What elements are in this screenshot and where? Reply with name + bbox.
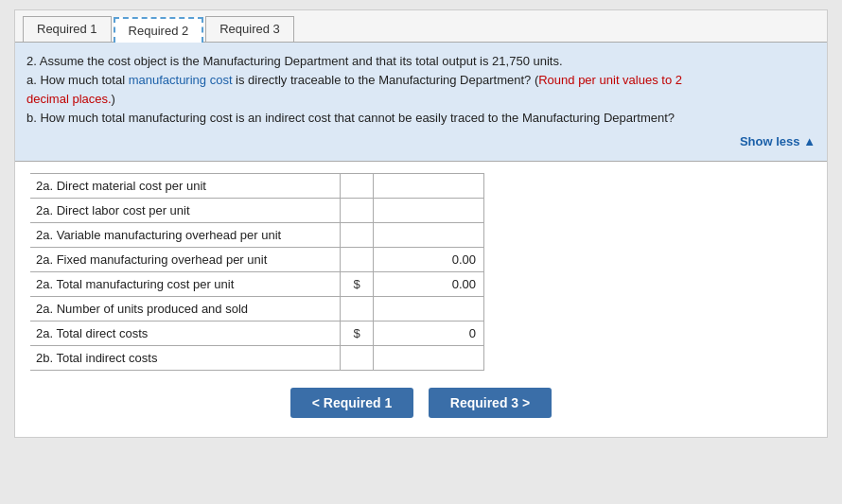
data-table: 2a. Direct material cost per unit2a. Dir…: [30, 173, 484, 371]
table-area: 2a. Direct material cost per unit2a. Dir…: [15, 162, 827, 437]
row-dollar-5: [340, 296, 373, 321]
row-input-2[interactable]: [374, 223, 483, 246]
row-label-7: 2b. Total indirect costs: [30, 345, 340, 370]
row-label-4: 2a. Total manufacturing cost per unit: [30, 271, 340, 296]
row-dollar-3: [340, 247, 373, 271]
show-less[interactable]: Show less ▲: [26, 132, 816, 151]
info-line2b: b. How much total manufacturing cost is …: [26, 109, 816, 128]
row-dollar-4: $: [340, 271, 373, 296]
row-label-5: 2a. Number of units produced and sold: [30, 296, 340, 321]
main-container: Required 1 Required 2 Required 3 2. Assu…: [14, 9, 828, 438]
row-dollar-2: [340, 222, 373, 247]
tab-required2[interactable]: Required 2: [114, 17, 204, 43]
row-value-4: 0.00: [374, 271, 484, 296]
row-value-3: 0.00: [374, 247, 484, 271]
row-label-3: 2a. Fixed manufacturing overhead per uni…: [30, 247, 340, 271]
table-row: 2b. Total indirect costs: [30, 345, 484, 370]
buttons-row: < Required 1 Required 3 >: [30, 388, 812, 418]
row-value-5[interactable]: [374, 296, 484, 321]
row-input-0[interactable]: [374, 174, 483, 197]
show-less-link[interactable]: Show less ▲: [740, 134, 816, 148]
tab-required1[interactable]: Required 1: [23, 16, 112, 42]
table-row: 2a. Total manufacturing cost per unit$0.…: [30, 271, 484, 296]
row-label-6: 2a. Total direct costs: [30, 321, 340, 345]
row-value-2[interactable]: [374, 222, 484, 247]
table-row: 2a. Direct material cost per unit: [30, 173, 484, 198]
row-input-1[interactable]: [374, 199, 483, 221]
row-input-5[interactable]: [374, 297, 483, 320]
table-row: 2a. Fixed manufacturing overhead per uni…: [30, 247, 484, 271]
row-value-1[interactable]: [374, 198, 484, 222]
row-label-0: 2a. Direct material cost per unit: [30, 173, 340, 198]
row-dollar-1: [340, 198, 373, 222]
row-dollar-7: [340, 345, 373, 370]
prev-button[interactable]: < Required 1: [290, 388, 413, 418]
row-value-6: 0: [374, 321, 484, 345]
row-dollar-6: $: [340, 321, 373, 345]
info-line2a-cont: decimal places.): [26, 90, 816, 109]
table-row: 2a. Direct labor cost per unit: [30, 198, 484, 222]
row-input-7[interactable]: [374, 346, 483, 369]
row-label-1: 2a. Direct labor cost per unit: [30, 198, 340, 222]
row-value-7[interactable]: [374, 345, 484, 370]
info-line1: 2. Assume the cost object is the Manufac…: [26, 52, 816, 71]
info-line2a: a. How much total manufacturing cost is …: [26, 71, 816, 90]
row-value-0[interactable]: [374, 173, 484, 198]
table-row: 2a. Variable manufacturing overhead per …: [30, 222, 484, 247]
row-label-2: 2a. Variable manufacturing overhead per …: [30, 222, 340, 247]
table-row: 2a. Total direct costs$0: [30, 321, 484, 345]
next-button[interactable]: Required 3 >: [429, 388, 552, 418]
table-row: 2a. Number of units produced and sold: [30, 296, 484, 321]
info-section: 2. Assume the cost object is the Manufac…: [15, 43, 827, 162]
row-dollar-0: [340, 173, 373, 198]
tabs-bar: Required 1 Required 2 Required 3: [15, 10, 827, 43]
tab-required3[interactable]: Required 3: [205, 16, 294, 42]
